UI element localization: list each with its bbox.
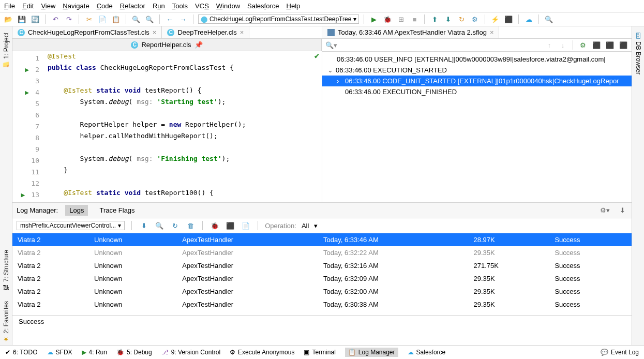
logs-tab[interactable]: Logs	[65, 205, 88, 216]
download-icon[interactable]: ⬇	[139, 220, 149, 231]
log-tree[interactable]: 06:33:46.00 USER_INFO [EXTERNAL]|005w000…	[322, 52, 632, 202]
tab-report-helper[interactable]: C ReportHelper.cls 📌	[12, 39, 322, 51]
paste-icon[interactable]: 📋	[111, 14, 121, 24]
run-icon[interactable]: ▶	[369, 14, 379, 24]
table-row[interactable]: Viatra 2UnknownApexTestHandlerToday, 6:3…	[12, 272, 632, 285]
tree-row-selected[interactable]: ›06:33:46.00 CODE_UNIT_STARTED [EXTERNAL…	[322, 76, 632, 86]
menu-edit[interactable]: Edit	[22, 2, 34, 10]
sf-cloud-icon[interactable]: ☁	[523, 14, 534, 24]
trace-flags-tab[interactable]: Trace Flags	[95, 205, 139, 216]
coverage-icon[interactable]: ⊞	[396, 14, 406, 24]
tree-row[interactable]: 06:33:46.00 EXECUTION_FINISHED	[322, 86, 632, 97]
log-manager-button[interactable]: 📋Log Manager	[345, 348, 398, 357]
execute-anonymous-button[interactable]: ⚙Execute Anonymous	[230, 349, 294, 356]
filter-icon[interactable]: ⬛	[591, 40, 602, 50]
copy-icon[interactable]: 📄	[97, 14, 108, 24]
download-icon[interactable]: ⬇	[617, 205, 627, 216]
db-browser-tab[interactable]: 🗄DB Browser	[634, 31, 643, 77]
open-icon[interactable]: 📂	[3, 14, 13, 24]
undo-icon[interactable]: ↶	[50, 14, 61, 24]
table-row[interactable]: Viatra 2UnknownApexTestHandlerToday, 6:3…	[12, 259, 632, 272]
refresh-icon[interactable]: ↻	[170, 220, 180, 231]
menu-salesforce[interactable]: Salesforce	[247, 2, 279, 10]
close-icon[interactable]: ×	[490, 28, 494, 36]
table-row[interactable]: Viatra 2UnknownApexTestHandlerToday, 6:3…	[12, 285, 632, 298]
sf-extra1-icon[interactable]: ⚡	[490, 14, 500, 24]
run-config-selector[interactable]: ⬤ CheckHugeLogReportFromClassTest.testDe…	[198, 14, 359, 24]
operation-value[interactable]: All	[302, 222, 309, 230]
gear-icon[interactable]: ⚙	[578, 40, 588, 50]
menu-code[interactable]: Code	[97, 2, 113, 10]
salesforce-button[interactable]: ☁Salesforce	[408, 349, 446, 356]
sfdx-button[interactable]: ☁SFDX	[47, 349, 72, 356]
tab-log-file[interactable]: Today, 6:33:46 AM ApexTestHandler Viatra…	[322, 26, 499, 38]
menu-help[interactable]: Help	[287, 2, 301, 10]
debug-button[interactable]: 🐞5: Debug	[116, 349, 152, 356]
structure-tool-tab[interactable]: 🏗7: Structure	[2, 248, 11, 293]
tab-deep-tree[interactable]: C DeepTreeHelper.cls ×	[162, 26, 249, 38]
log-search-input[interactable]	[340, 40, 541, 50]
sf-tool-icon[interactable]: ⚙	[470, 14, 480, 24]
stop-icon[interactable]: ■	[409, 14, 420, 24]
chevron-down-icon[interactable]: ⌄	[327, 66, 334, 74]
down-icon[interactable]: ↓	[558, 40, 568, 50]
menu-vcs[interactable]: VCS	[195, 2, 209, 10]
table-row[interactable]: Viatra 2UnknownApexTestHandlerToday, 6:3…	[12, 298, 632, 311]
favorites-tool-tab[interactable]: ★2: Favorites	[2, 299, 11, 345]
event-log-button[interactable]: 💬Event Log	[601, 349, 639, 356]
chevron-down-icon[interactable]: ▾	[314, 222, 318, 230]
delete-icon[interactable]: 🗑	[185, 220, 196, 231]
menu-file[interactable]: File	[4, 2, 15, 10]
close-icon[interactable]: ×	[153, 28, 157, 36]
class-file-icon: C	[131, 41, 138, 49]
sf-extra2-icon[interactable]: ⬛	[503, 14, 514, 24]
back-icon[interactable]: ←	[164, 14, 175, 24]
class-filter-selector[interactable]: mshPrefix.AccountViewerControl... ▾	[17, 221, 125, 230]
copy-icon[interactable]: 📄	[241, 220, 251, 231]
up-icon[interactable]: ↑	[544, 40, 555, 50]
tree-row[interactable]: 06:33:46.00 USER_INFO [EXTERNAL]|005w000…	[322, 54, 632, 65]
todo-button[interactable]: ✔6: TODO	[5, 349, 38, 356]
forward-icon[interactable]: →	[178, 14, 188, 24]
run-line-icon[interactable]: ▶	[23, 88, 31, 96]
search-icon[interactable]: 🔍	[544, 14, 554, 24]
sf-retrieve-icon[interactable]: ⬇	[443, 14, 453, 24]
sync-icon[interactable]: 🔄	[30, 14, 40, 24]
sf-deploy-icon[interactable]: ⬆	[429, 14, 440, 24]
menu-refactor[interactable]: Refactor	[120, 2, 145, 10]
tree-row[interactable]: ⌄06:33:46.00 EXECUTION_STARTED	[322, 65, 632, 76]
menu-view[interactable]: View	[41, 2, 55, 10]
menu-tools[interactable]: Tools	[172, 2, 188, 10]
run-line-icon[interactable]: ▶	[19, 191, 27, 199]
gear-icon[interactable]: ⚙▾	[600, 205, 610, 216]
bug-icon[interactable]: 🐞	[209, 220, 220, 231]
version-control-button[interactable]: ⎇9: Version Control	[161, 349, 220, 356]
run-line-icon[interactable]: ▶	[23, 66, 31, 73]
code-editor[interactable]: @IsTest public class CheckHugeLogReportF…	[43, 51, 322, 202]
run-button[interactable]: ▶4: Run	[82, 349, 107, 356]
sf-refresh-icon[interactable]: ↻	[456, 14, 467, 24]
close-icon[interactable]: ×	[240, 28, 244, 36]
menu-window[interactable]: Window	[216, 2, 240, 10]
save-all-icon[interactable]: 💾	[17, 14, 27, 24]
tool-icon[interactable]: ⬛	[225, 220, 235, 231]
search-icon[interactable]: 🔍	[154, 220, 164, 231]
pin-icon[interactable]: 📌	[194, 41, 203, 49]
debug-icon[interactable]: 🐞	[382, 14, 393, 24]
search-icon[interactable]: 🔍▾	[325, 41, 337, 49]
log-table[interactable]: Viatra 2UnknownApexTestHandlerToday, 6:3…	[12, 233, 632, 315]
cut-icon[interactable]: ✂	[84, 14, 94, 24]
table-row[interactable]: Viatra 2UnknownApexTestHandlerToday, 6:3…	[12, 233, 632, 246]
zoom-out-icon[interactable]: 🔍	[144, 14, 155, 24]
chevron-right-icon[interactable]: ›	[337, 77, 343, 85]
table-row[interactable]: Viatra 2UnknownApexTestHandlerToday, 6:3…	[12, 246, 632, 259]
redo-icon[interactable]: ↷	[64, 14, 74, 24]
menu-run[interactable]: Run	[153, 2, 165, 10]
project-tool-tab[interactable]: 📁1: Project	[2, 31, 11, 71]
zoom-in-icon[interactable]: 🔍	[131, 14, 141, 24]
tab-main-test[interactable]: C CheckHugeLogReportFromClassTest.cls ×	[12, 26, 162, 38]
more-icon[interactable]: ⬛	[618, 40, 628, 50]
menu-navigate[interactable]: Navigate	[63, 2, 89, 10]
settings-icon[interactable]: ⬛	[605, 40, 615, 50]
terminal-button[interactable]: ▣Terminal	[304, 349, 335, 356]
